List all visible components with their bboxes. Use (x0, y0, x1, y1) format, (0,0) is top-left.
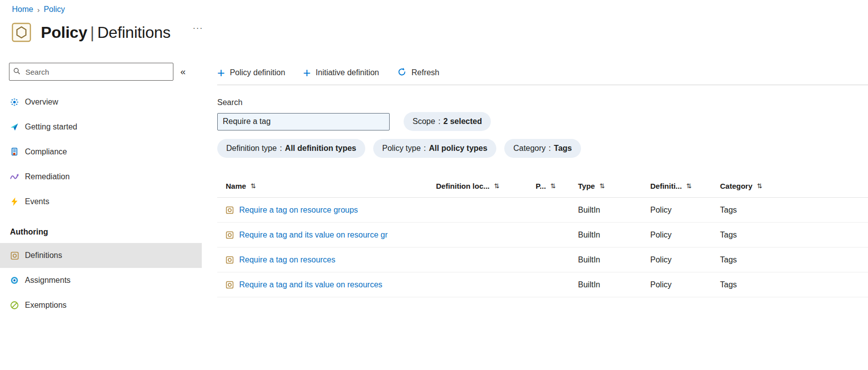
search-label: Search (217, 98, 868, 107)
policy-definition-icon (226, 256, 234, 264)
definition-search-input[interactable] (217, 113, 390, 130)
cell-definition-type: Policy (642, 255, 712, 264)
policy-definition-icon (226, 231, 234, 239)
cell-definition-type: Policy (642, 206, 712, 215)
sort-icon: ⇅ (494, 182, 500, 190)
policy-page-icon (11, 22, 32, 43)
cell-definition-type: Policy (642, 280, 712, 289)
refresh-icon (397, 67, 407, 79)
cell-type: BuiltIn (570, 255, 642, 264)
sort-icon: ⇅ (686, 182, 692, 190)
sidebar-item-assignments[interactable]: Assignments (0, 268, 202, 293)
policy-type-filter-pill[interactable]: Policy type : All policy types (373, 139, 496, 158)
column-header-definition-location[interactable]: Definition loc...⇅ (428, 182, 527, 190)
sidebar-item-label: Overview (25, 98, 58, 107)
column-header-type[interactable]: Type⇅ (570, 182, 642, 190)
page-title: Policy|Definitions (41, 23, 170, 42)
assignments-icon (10, 276, 19, 285)
cell-definition-type: Policy (642, 231, 712, 240)
sidebar-item-label: Compliance (25, 147, 67, 156)
definition-link[interactable]: Require a tag on resource groups (239, 206, 358, 215)
definition-link[interactable]: Require a tag and its value on resources (239, 280, 382, 289)
sidebar-item-definitions[interactable]: Definitions (0, 243, 202, 268)
cell-type: BuiltIn (570, 231, 642, 240)
sidebar-item-compliance[interactable]: Compliance (0, 139, 202, 164)
sidebar-item-label: Assignments (25, 276, 71, 285)
sort-icon: ⇅ (757, 182, 762, 190)
remediation-icon (10, 172, 19, 181)
column-header-definition-type[interactable]: Definiti...⇅ (642, 182, 712, 190)
cell-category: Tags (712, 206, 868, 215)
getting-started-icon (10, 123, 19, 131)
sort-icon: ⇅ (599, 182, 605, 190)
search-icon (13, 67, 21, 77)
sidebar-item-label: Definitions (25, 251, 62, 260)
page-header: Policy|Definitions ··· (0, 14, 868, 43)
main-panel: + Policy definition + Initiative definit… (202, 63, 868, 318)
sidebar-item-label: Events (25, 197, 49, 206)
definition-link[interactable]: Require a tag and its value on resource … (239, 231, 388, 240)
sort-icon: ⇅ (551, 182, 556, 190)
sidebar-item-label: Exemptions (25, 301, 67, 310)
sidebar-item-overview[interactable]: Overview (0, 90, 202, 115)
column-header-category[interactable]: Category⇅ (712, 182, 868, 190)
breadcrumb: Home › Policy (0, 0, 868, 14)
command-bar: + Policy definition + Initiative definit… (217, 63, 868, 83)
cell-category: Tags (712, 280, 868, 289)
policy-definition-icon (226, 281, 234, 289)
sidebar-item-exemptions[interactable]: Exemptions (0, 293, 202, 318)
sidebar-item-getting-started[interactable]: Getting started (0, 115, 202, 139)
exemptions-icon (10, 301, 19, 310)
policy-definition-button[interactable]: + Policy definition (217, 68, 285, 78)
definition-link[interactable]: Require a tag on resources (239, 255, 335, 264)
cell-category: Tags (712, 255, 868, 264)
breadcrumb-separator-icon: › (37, 5, 40, 14)
policy-definition-icon (226, 206, 234, 214)
plus-icon: + (303, 68, 310, 78)
definitions-table: Name⇅ Definition loc...⇅ P...⇅ Type⇅ Def… (217, 175, 868, 297)
cell-type: BuiltIn (570, 280, 642, 289)
sidebar-collapse-button[interactable]: « (180, 66, 186, 77)
events-icon (10, 197, 19, 206)
initiative-definition-button[interactable]: + Initiative definition (303, 68, 379, 78)
sidebar: « Overview (0, 63, 202, 318)
toolbar-divider (217, 85, 868, 85)
sidebar-item-events[interactable]: Events (0, 189, 202, 214)
category-filter-pill[interactable]: Category : Tags (504, 139, 581, 158)
more-menu-button[interactable]: ··· (192, 23, 203, 33)
plus-icon: + (217, 68, 225, 78)
breadcrumb-home-link[interactable]: Home (12, 5, 33, 14)
definition-type-filter-pill[interactable]: Definition type : All definition types (217, 139, 365, 158)
sidebar-item-remediation[interactable]: Remediation (0, 164, 202, 189)
sidebar-search-input[interactable] (9, 63, 173, 81)
content-area: « Overview (0, 63, 868, 318)
sidebar-item-label: Getting started (25, 123, 77, 131)
compliance-icon (10, 147, 19, 156)
sidebar-item-label: Remediation (25, 172, 70, 181)
table-row[interactable]: Require a tag and its value on resource … (217, 223, 868, 247)
sidebar-section-authoring: Authoring (0, 221, 202, 243)
table-row[interactable]: Require a tag on resources BuiltIn Polic… (217, 247, 868, 272)
cell-category: Tags (712, 231, 868, 240)
table-row[interactable]: Require a tag on resource groups BuiltIn… (217, 198, 868, 223)
scope-filter-pill[interactable]: Scope : 2 selected (404, 112, 491, 131)
sort-icon: ⇅ (251, 182, 256, 190)
table-header-row: Name⇅ Definition loc...⇅ P...⇅ Type⇅ Def… (217, 175, 868, 198)
cell-type: BuiltIn (570, 206, 642, 215)
definitions-icon (10, 251, 19, 260)
breadcrumb-policy-link[interactable]: Policy (44, 5, 65, 14)
overview-icon (10, 98, 19, 107)
column-header-policies[interactable]: P...⇅ (527, 182, 570, 190)
refresh-button[interactable]: Refresh (397, 67, 439, 79)
column-header-name[interactable]: Name⇅ (217, 182, 428, 190)
table-row[interactable]: Require a tag and its value on resources… (217, 272, 868, 297)
